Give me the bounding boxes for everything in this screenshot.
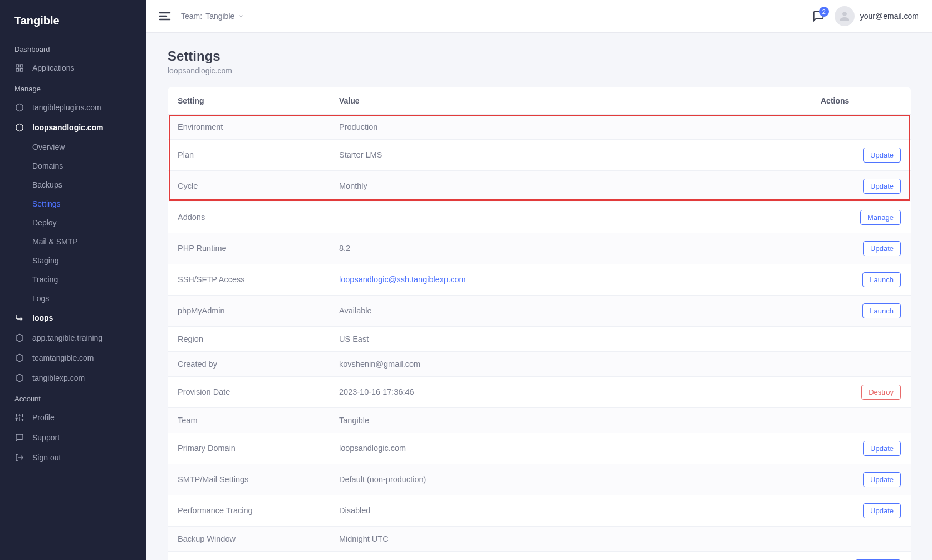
launch-button[interactable]: Launch	[862, 303, 901, 318]
sidebar-item-label: Applications	[32, 63, 75, 72]
table-row: PlanStarter LMSUpdate	[168, 139, 911, 170]
setting-value: US East	[329, 326, 811, 351]
setting-name: Created by	[168, 351, 329, 376]
cube-icon	[14, 122, 24, 132]
svg-rect-0	[16, 65, 19, 67]
setting-action-cell: Update	[811, 170, 911, 202]
update-button[interactable]: Update	[863, 148, 901, 163]
sidebar-item-label: Backups	[32, 180, 62, 189]
sidebar-site-tangibleplugins[interactable]: tangibleplugins.com	[0, 97, 146, 117]
page-title: Settings	[168, 48, 911, 64]
cube-icon	[14, 353, 24, 363]
setting-name: SSH/SFTP Access	[168, 264, 329, 295]
sidebar-item-label: tangiblexp.com	[32, 374, 85, 382]
setting-name: Environment	[168, 114, 329, 139]
setting-action-cell: Update	[811, 464, 911, 495]
setting-name: Region	[168, 326, 329, 351]
sidebar-section-account: Account	[0, 388, 146, 407]
setting-action-cell: Update	[811, 139, 911, 170]
sidebar-item-label: Deploy	[32, 218, 57, 227]
sidebar-site-app-tangible-training[interactable]: app.tangible.training	[0, 328, 146, 348]
sidebar-sub-deploy[interactable]: Deploy	[0, 213, 146, 232]
table-row: CycleMonthlyUpdate	[168, 170, 911, 202]
table-row: SMTP/Mail SettingsDefault (non-productio…	[168, 464, 911, 495]
sidebar-item-label: Mail & SMTP	[32, 237, 78, 246]
setting-name: Team	[168, 407, 329, 433]
sliders-icon	[14, 412, 24, 423]
setting-action-cell	[811, 326, 911, 351]
setting-action-cell	[811, 351, 911, 376]
sidebar-item-profile[interactable]: Profile	[0, 407, 146, 428]
setting-action-cell: Manage	[811, 202, 911, 233]
sidebar-item-label: Staging	[32, 256, 58, 265]
child-arrow-icon	[14, 313, 24, 323]
table-row: SSH/SFTP Accessloopsandlogic@ssh.tangibl…	[168, 264, 911, 295]
manage-button[interactable]: Manage	[860, 210, 901, 225]
setting-value: loopsandlogic.com	[329, 433, 811, 464]
table-row: Git DeploymentsDisabledConfigure	[168, 551, 911, 560]
launch-button[interactable]: Launch	[862, 272, 901, 287]
destroy-button[interactable]: Destroy	[861, 385, 901, 400]
chat-icon	[14, 433, 24, 443]
table-row: Performance TracingDisabledUpdate	[168, 495, 911, 526]
setting-value: Disabled	[329, 495, 811, 526]
team-prefix: Team:	[181, 12, 202, 21]
setting-action-cell	[811, 407, 911, 433]
sidebar-sub-mail-smtp[interactable]: Mail & SMTP	[0, 232, 146, 251]
setting-name: Plan	[168, 139, 329, 170]
value-link[interactable]: loopsandlogic@ssh.tangiblexp.com	[339, 275, 466, 284]
setting-value: 8.2	[329, 233, 811, 264]
sidebar-sub-backups[interactable]: Backups	[0, 175, 146, 194]
setting-value: Default (non-production)	[329, 464, 811, 495]
update-button[interactable]: Update	[863, 179, 901, 194]
sidebar-item-label: Overview	[32, 143, 65, 151]
sidebar-item-support[interactable]: Support	[0, 428, 146, 448]
setting-name: Backup Window	[168, 526, 329, 551]
svg-rect-1	[20, 65, 23, 67]
setting-name: PHP Runtime	[168, 233, 329, 264]
sidebar-sub-overview[interactable]: Overview	[0, 137, 146, 156]
update-button[interactable]: Update	[863, 241, 901, 256]
table-row: Primary Domainloopsandlogic.comUpdate	[168, 433, 911, 464]
sidebar-site-tangiblexp[interactable]: tangiblexp.com	[0, 368, 146, 388]
sidebar-item-applications[interactable]: Applications	[0, 58, 146, 78]
cube-icon	[14, 102, 24, 112]
user-icon	[838, 9, 851, 23]
sidebar-sub-staging[interactable]: Staging	[0, 251, 146, 270]
table-row: RegionUS East	[168, 326, 911, 351]
sidebar-sub-settings[interactable]: Settings	[0, 194, 146, 213]
sidebar-site-loops[interactable]: loops	[0, 308, 146, 328]
setting-name: Performance Tracing	[168, 495, 329, 526]
sidebar-sub-tracing[interactable]: Tracing	[0, 270, 146, 289]
sidebar-section-manage: Manage	[0, 78, 146, 97]
setting-name: Git Deployments	[168, 551, 329, 560]
setting-action-cell	[811, 526, 911, 551]
apps-icon	[14, 63, 24, 73]
avatar[interactable]	[835, 6, 855, 26]
table-row: PHP Runtime8.2Update	[168, 233, 911, 264]
setting-value: Production	[329, 114, 811, 139]
setting-action-cell: Update	[811, 233, 911, 264]
sidebar-item-signout[interactable]: Sign out	[0, 448, 146, 468]
menu-toggle-button[interactable]	[156, 8, 173, 24]
sidebar-item-label: app.tangible.training	[32, 333, 102, 342]
update-button[interactable]: Update	[863, 441, 901, 456]
sidebar-sub-domains[interactable]: Domains	[0, 156, 146, 175]
brand-logo[interactable]: Tangible	[0, 10, 146, 38]
setting-value: Available	[329, 295, 811, 326]
sidebar-site-teamtangible[interactable]: teamtangible.com	[0, 348, 146, 368]
team-selector[interactable]: Team: Tangible	[181, 12, 244, 21]
update-button[interactable]: Update	[863, 472, 901, 487]
sidebar-site-loopsandlogic[interactable]: loopsandlogic.com	[0, 117, 146, 137]
user-email[interactable]: your@email.com	[860, 12, 919, 21]
notifications-button[interactable]: 2	[812, 10, 825, 22]
sidebar-item-label: Tracing	[32, 275, 58, 284]
update-button[interactable]: Update	[863, 503, 901, 518]
cube-icon	[14, 333, 24, 343]
topbar: Team: Tangible 2 your@email.com	[146, 0, 932, 33]
table-row: TeamTangible	[168, 407, 911, 433]
setting-action-cell: Destroy	[811, 376, 911, 407]
chevron-down-icon	[238, 13, 244, 19]
sidebar-sub-logs[interactable]: Logs	[0, 289, 146, 308]
svg-rect-3	[16, 68, 19, 71]
